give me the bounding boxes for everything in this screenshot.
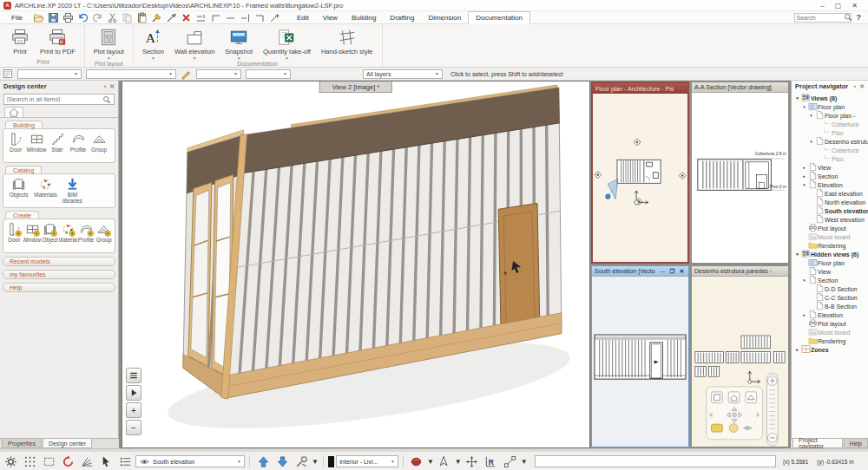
south-elevation-canvas[interactable] xyxy=(592,277,688,447)
close-panel-icon[interactable]: ✕ xyxy=(859,83,865,90)
dc-item-object[interactable]: Object xyxy=(41,222,59,251)
tree-item-plot-layout[interactable]: Plot layout xyxy=(792,224,868,232)
move-button[interactable] xyxy=(464,454,481,469)
dc-item-profile[interactable]: Profile xyxy=(77,222,95,251)
material-red-button[interactable] xyxy=(408,454,425,469)
refresh-red-button[interactable] xyxy=(59,454,76,469)
plot-layout-button[interactable]: Plot layout▼ xyxy=(89,27,129,61)
menu-file[interactable]: File xyxy=(4,12,30,23)
print-to-pdf-button[interactable]: Print to PDF xyxy=(35,27,81,56)
fan-button[interactable] xyxy=(78,454,95,469)
print-button[interactable]: Print xyxy=(5,27,35,56)
cut-button[interactable] xyxy=(107,12,119,23)
search-input[interactable] xyxy=(797,15,842,21)
dc-collapsed-recent-models[interactable]: Recent models xyxy=(3,257,115,266)
extend-button[interactable] xyxy=(240,12,252,23)
quantity-take-off-button[interactable]: Quantity take-off▼ xyxy=(258,27,316,61)
tree-item-section[interactable]: ▸Section xyxy=(792,172,868,180)
undo-button[interactable] xyxy=(77,12,89,23)
collapse-icon[interactable]: ▾ xyxy=(801,104,807,109)
tree-item-east-elevation[interactable]: East elevation xyxy=(792,189,868,198)
cursor-button[interactable] xyxy=(97,454,115,469)
estrutura-canvas[interactable] xyxy=(692,277,788,447)
tree-item-zones[interactable]: ▸Zones xyxy=(792,345,868,354)
eyedropper-button[interactable] xyxy=(166,12,178,23)
collapse-icon[interactable]: ▾ xyxy=(794,95,800,101)
search-icon[interactable] xyxy=(844,13,852,22)
menu-edit[interactable]: Edit xyxy=(290,12,316,23)
design-center-search-input[interactable] xyxy=(7,96,102,102)
tree-item-hidden-views-6-[interactable]: ▾Hidden views (6) xyxy=(792,250,868,258)
list-select-button[interactable] xyxy=(116,454,134,469)
chevron-down-icon[interactable]: ▼ xyxy=(312,458,319,466)
command-input-box[interactable] xyxy=(535,455,776,467)
tree-item-floor-plan[interactable]: Floor plan xyxy=(792,258,868,267)
tree-item-mood-board[interactable]: Mood board xyxy=(792,232,868,241)
dc-item-group[interactable]: Group xyxy=(89,132,109,161)
arrow-down-button[interactable] xyxy=(273,454,291,469)
tree-item-d-d-section[interactable]: D-D Section xyxy=(792,284,868,293)
viewport-3d[interactable]: View 2 [Image] * xyxy=(122,81,590,448)
style-dropdown-4[interactable]: ▼ xyxy=(246,69,291,79)
dc-group-tab[interactable]: Building xyxy=(5,121,43,128)
wall-elevation-button[interactable]: Wall elevation▼ xyxy=(169,27,220,61)
pin-icon[interactable]: ▪ xyxy=(104,83,106,89)
line-color-swatch[interactable] xyxy=(328,456,334,467)
snapshot-button[interactable]: Snapshot▼ xyxy=(220,27,258,61)
pin-icon[interactable]: ▪ xyxy=(854,83,856,89)
viewport-restore-icon[interactable]: ❐ xyxy=(668,267,676,275)
collapse-icon[interactable]: ▾ xyxy=(794,251,800,257)
tab-help[interactable]: Help xyxy=(844,439,868,448)
home-tab[interactable] xyxy=(4,107,23,117)
dc-item-group[interactable]: Group xyxy=(95,222,113,251)
dc-item-profile[interactable]: Profile xyxy=(68,132,89,161)
section-button[interactable]: ASection▼ xyxy=(137,27,169,61)
section-canvas[interactable] xyxy=(692,93,788,263)
node-button[interactable] xyxy=(502,454,519,469)
dc-item-bim-libraries[interactable]: BIM libraries xyxy=(59,177,86,206)
viewport-estrutura-title[interactable]: Desenho estrutura paredes - xyxy=(692,266,788,277)
tree-item-cobertura[interactable]: Cobertura xyxy=(792,146,868,154)
tab-properties[interactable]: Properties xyxy=(2,439,42,448)
marquee-button[interactable] xyxy=(40,454,57,469)
play-walkthrough-button[interactable] xyxy=(126,385,141,401)
add-point-button[interactable] xyxy=(269,12,281,23)
tree-item-rendering[interactable]: Rendering xyxy=(792,336,868,345)
design-center-search[interactable] xyxy=(3,94,115,105)
dc-group-tab[interactable]: Catalog xyxy=(5,166,42,173)
tree-item-west-elevation[interactable]: West elevation xyxy=(792,215,868,224)
chevron-down-icon[interactable]: ▼ xyxy=(521,458,528,466)
viewport-section[interactable]: A-A Section [Vector drawing] Cobertura 2… xyxy=(691,82,789,264)
tree-item-c-c-section[interactable]: C-C Section xyxy=(792,293,868,302)
menu-documentation[interactable]: Documentation xyxy=(468,11,530,24)
tree-item-desenho-estrutura[interactable]: ▾Desenho estrutura xyxy=(792,137,868,146)
expand-icon[interactable]: ▸ xyxy=(801,312,807,317)
dc-collapsed-help[interactable]: Help xyxy=(3,283,115,292)
chevron-down-icon[interactable]: ▼ xyxy=(455,458,462,466)
tree-item-section[interactable]: ▾Section xyxy=(792,276,868,284)
viewport-south-elevation[interactable]: South elevation [Vecto ─ ❐ ✕ xyxy=(591,265,689,447)
zoom-in-button[interactable]: + xyxy=(126,402,141,418)
tree-item-piso[interactable]: Piso xyxy=(792,128,868,137)
help-button[interactable]: ? xyxy=(857,13,862,22)
dc-group-tab[interactable]: Create xyxy=(5,211,39,219)
tree-item-rendering[interactable]: Rendering xyxy=(792,241,868,250)
expand-icon[interactable]: ▸ xyxy=(794,347,800,352)
open-button[interactable] xyxy=(33,12,45,23)
collapse-icon[interactable]: ▾ xyxy=(808,113,814,118)
close-panel-icon[interactable]: ✕ xyxy=(109,83,115,90)
viewport-close-icon[interactable]: ✕ xyxy=(678,267,686,275)
viewport-floor-plan[interactable]: Floor plan - Architecture - Pis xyxy=(591,82,689,264)
style-dropdown-2[interactable]: ▼ xyxy=(86,69,176,79)
tree-item-elevation[interactable]: ▸Elevation xyxy=(792,310,868,319)
dc-item-window[interactable]: Window xyxy=(23,222,42,251)
viewport-minimize-icon[interactable]: ─ xyxy=(659,267,667,275)
viewport-south-elevation-title[interactable]: South elevation [Vecto ─ ❐ ✕ xyxy=(592,266,688,277)
pen-icon[interactable] xyxy=(181,69,192,80)
close-button[interactable]: ✕ xyxy=(852,2,858,10)
grid-dots-button[interactable] xyxy=(21,454,38,469)
tree-item-cobertura[interactable]: Cobertura xyxy=(792,120,868,128)
zoom-out-button[interactable]: − xyxy=(126,420,141,435)
tools-button[interactable] xyxy=(293,454,310,469)
tree-item-views-8-[interactable]: ▾Views (8) xyxy=(792,94,868,102)
